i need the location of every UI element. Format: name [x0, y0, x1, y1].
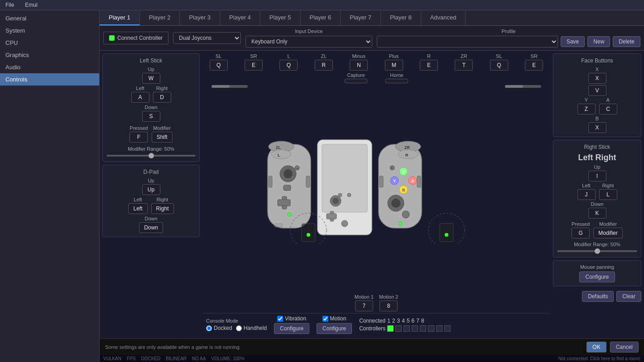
mouse-panning-section: Mouse panning Configure — [553, 260, 641, 286]
svg-point-48 — [307, 233, 310, 237]
sidebar-item-cpu[interactable]: CPU — [0, 37, 99, 49]
player-tabs: Player 1 Player 2 Player 3 Player 4 Play… — [100, 10, 644, 26]
motion-checkbox[interactable] — [322, 316, 328, 322]
zl-button-key[interactable]: R — [315, 60, 333, 71]
tab-player2[interactable]: Player 2 — [140, 10, 180, 25]
r-button-key[interactable]: E — [420, 60, 438, 71]
vibration-checkbox[interactable] — [277, 316, 283, 322]
docked-radio-label[interactable]: Docked — [206, 325, 232, 331]
right-stick-down-key[interactable]: K — [588, 208, 606, 219]
fb-y-key[interactable]: Z — [577, 104, 596, 114]
right-stick-left-right-label: Left Right — [557, 153, 637, 162]
r-button-label: R — [427, 53, 431, 59]
left-stick-modifier-range-slider[interactable] — [106, 155, 196, 157]
handheld-radio[interactable] — [236, 325, 242, 331]
zl-button-label: ZL — [321, 53, 327, 59]
right-stick-left-key[interactable]: J — [577, 189, 596, 200]
fb-a-key[interactable]: C — [599, 104, 617, 114]
sidebar-item-graphics[interactable]: Graphics — [0, 49, 99, 61]
home-key[interactable] — [385, 79, 408, 83]
sl-right-key[interactable]: Q — [490, 60, 508, 71]
new-button[interactable]: New — [587, 36, 610, 47]
right-stick-modifier-range-slider[interactable] — [557, 250, 637, 252]
sl-left-key[interactable]: Q — [210, 60, 228, 71]
save-button[interactable]: Save — [561, 36, 585, 47]
face-buttons-section: Face Buttons X X V — [553, 53, 641, 137]
cancel-button[interactable]: Cancel — [610, 342, 639, 352]
controller-num-7: 7 — [416, 318, 419, 324]
right-stick-modifier-label: Modifier — [599, 221, 617, 227]
capture-key[interactable] — [345, 79, 367, 83]
menu-emul[interactable]: Emul — [23, 1, 39, 9]
input-device-select[interactable]: Keyboard Only — [245, 36, 372, 48]
controller-num-4: 4 — [402, 318, 405, 324]
right-stick-up-key[interactable]: I — [588, 171, 606, 181]
delete-button[interactable]: Delete — [613, 36, 640, 47]
svg-text:X: X — [402, 170, 405, 174]
footer-bar: Some settings are only available when a … — [100, 338, 644, 355]
clear-button[interactable]: Clear — [616, 291, 641, 302]
fb-a-label: A — [606, 97, 610, 103]
dpad-left-key[interactable]: Left — [128, 203, 147, 214]
right-stick-pressed-key[interactable]: G — [572, 228, 590, 238]
dpad-right-key[interactable]: Right — [151, 203, 174, 214]
sidebar-item-general[interactable]: General — [0, 12, 99, 24]
ok-button[interactable]: OK — [586, 342, 606, 352]
left-stick-right-key[interactable]: D — [153, 92, 171, 103]
dpad-down-key[interactable]: Down — [139, 222, 163, 233]
dpad-up-key[interactable]: Up — [142, 184, 160, 195]
tab-advanced[interactable]: Advanced — [421, 10, 466, 25]
defaults-clear-row: Defaults Clear — [553, 289, 641, 304]
docked-radio[interactable] — [206, 325, 212, 331]
tab-player5[interactable]: Player 5 — [260, 10, 301, 25]
dpad-title: D-Pad — [106, 169, 196, 175]
vibration-check-label[interactable]: Vibration — [277, 315, 306, 322]
left-stick-down-key[interactable]: S — [142, 111, 160, 122]
svg-rect-8 — [306, 176, 310, 187]
fb-v-key[interactable]: V — [588, 85, 606, 96]
sidebar-item-audio[interactable]: Audio — [0, 61, 99, 73]
plus-key[interactable]: M — [385, 60, 403, 71]
sidebar-item-controls[interactable]: Controls — [0, 73, 99, 86]
zr-button-key[interactable]: T — [455, 60, 473, 71]
fb-x-key[interactable]: X — [588, 73, 606, 84]
motion-check-label[interactable]: Motion — [322, 315, 346, 322]
defaults-button[interactable]: Defaults — [582, 291, 614, 302]
sr-right-key[interactable]: E — [525, 60, 543, 71]
controller-svg: ZL L — [259, 135, 494, 244]
mouse-panning-configure[interactable]: Configure — [579, 272, 615, 282]
motion1-value[interactable]: 7 — [355, 300, 373, 311]
status-connection[interactable]: Not connected. Click here to find a room… — [558, 356, 640, 361]
handheld-radio-label[interactable]: Handheld — [236, 325, 267, 331]
tab-player3[interactable]: Player 3 — [180, 10, 220, 25]
fb-b-key[interactable]: X — [588, 122, 606, 133]
left-stick-up-key[interactable]: W — [142, 73, 160, 84]
svg-rect-50 — [440, 224, 453, 242]
l-button-key[interactable]: Q — [279, 60, 298, 71]
right-stick-right-key[interactable]: L — [599, 189, 617, 200]
console-mode-label: Console Mode — [206, 318, 267, 324]
minus-key[interactable]: N — [350, 60, 368, 71]
left-stick-modifier-key[interactable]: Shift — [152, 132, 173, 143]
controller-type-select[interactable]: Dual Joycons — [173, 32, 241, 44]
menu-file[interactable]: File — [4, 1, 16, 9]
left-stick-left-key[interactable]: A — [131, 92, 149, 103]
profile-select[interactable] — [377, 36, 558, 48]
tab-player4[interactable]: Player 4 — [220, 10, 260, 25]
tab-player6[interactable]: Player 6 — [301, 10, 341, 25]
motion2-value[interactable]: 8 — [380, 300, 398, 311]
svg-rect-30 — [380, 176, 383, 187]
tab-player1[interactable]: Player 1 — [100, 10, 140, 25]
sr-right-label: SR — [531, 53, 538, 59]
svg-point-19 — [332, 198, 339, 204]
left-stick-pressed-key[interactable]: F — [130, 132, 148, 143]
sidebar-item-system[interactable]: System — [0, 24, 99, 37]
tab-player7[interactable]: Player 7 — [341, 10, 381, 25]
tab-player8[interactable]: Player 8 — [381, 10, 421, 25]
controller-indicator-4 — [412, 325, 418, 332]
motion-configure[interactable]: Configure — [317, 323, 352, 334]
sr-left-key[interactable]: E — [245, 60, 263, 71]
vibration-configure[interactable]: Configure — [274, 323, 309, 334]
menu-bar: File Emul — [0, 0, 644, 10]
right-stick-modifier-key[interactable]: Modifier — [593, 228, 623, 238]
